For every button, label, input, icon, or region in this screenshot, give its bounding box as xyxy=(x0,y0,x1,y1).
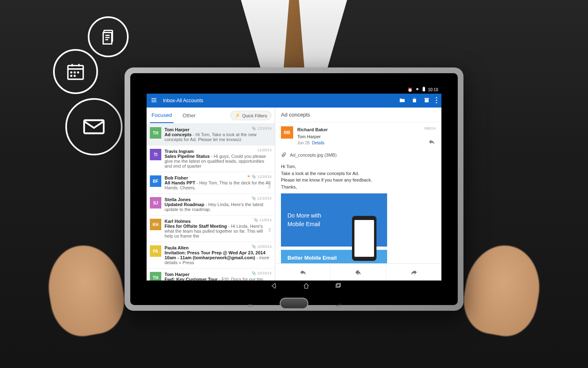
mail-avatar: TH xyxy=(150,272,161,280)
content-area: Focused Other ⚡ Quick Filters THTom Harp… xyxy=(147,108,441,280)
paperclip-icon xyxy=(281,152,287,158)
mail-date: 11/25/14 xyxy=(257,148,272,152)
mail-subject: All Hands PPT - Hey Tom, This is the dec… xyxy=(165,180,271,190)
delete-icon[interactable] xyxy=(411,97,418,105)
mail-count: 2 xyxy=(268,228,271,232)
mail-item[interactable]: THTom HarperAd concepts - Hi Tom, Take a… xyxy=(147,124,275,146)
mail-list-pane: Focused Other ⚡ Quick Filters THTom Harp… xyxy=(147,108,275,280)
reading-to: Tom Harper xyxy=(297,133,328,140)
nav-home-icon[interactable] xyxy=(303,282,310,291)
svg-point-18 xyxy=(436,99,437,101)
app-bar: Inbox-All Accounts xyxy=(147,94,441,108)
mail-subject: Fwd: Key Customer Tour - FYI. Docs for o… xyxy=(165,277,271,280)
mail-avatar: TI xyxy=(150,149,161,160)
svg-rect-15 xyxy=(423,88,425,92)
reply-all-button[interactable] xyxy=(331,264,386,280)
mail-meta: 📎12/10/14 xyxy=(252,126,272,130)
reply-button[interactable] xyxy=(275,264,331,280)
mail-item[interactable]: THTom HarperFwd: Key Customer Tour - FYI… xyxy=(147,269,275,280)
reply-icon[interactable] xyxy=(428,139,436,147)
mail-list[interactable]: THTom HarperAd concepts - Hi Tom, Take a… xyxy=(147,124,275,280)
document-icon xyxy=(88,16,129,57)
mail-avatar: KH xyxy=(150,219,161,230)
appbar-title: Inbox-All Accounts xyxy=(163,98,203,103)
mail-subject: Updated Roadmap - Hey Linda, Here's the … xyxy=(165,202,271,212)
details-link[interactable]: Details xyxy=(312,141,325,145)
promo-text: Do More with Mobile Email xyxy=(287,211,332,229)
android-nav-bar xyxy=(147,280,441,293)
paperclip-icon: 📎 xyxy=(252,126,256,130)
calendar-icon xyxy=(53,49,98,94)
reading-folder-label: INBOX xyxy=(424,126,436,130)
wifi-icon xyxy=(415,87,420,92)
body-line: Take a look at the new concepts for Ad. xyxy=(281,170,436,177)
reading-body: Hi Tom, Take a look at the new concepts … xyxy=(275,160,441,263)
mail-item[interactable]: PAPaula AllenInvitation: Press Tour Prep… xyxy=(147,242,275,269)
tablet-bezel: ⏰ 10:10 Inbox-All Accounts xyxy=(130,73,458,305)
reading-header: Ad concepts xyxy=(275,108,441,122)
mail-date: 10/20/14 xyxy=(257,245,272,249)
mail-subject: Sales Pipeline Status - Hi guys, Could y… xyxy=(165,154,271,168)
mail-item[interactable]: BFBob FisherAll Hands PPT - Hey Tom, Thi… xyxy=(147,172,275,194)
mail-date: 11/10/14 xyxy=(257,196,272,200)
body-line: Thanks, xyxy=(281,184,436,191)
mail-count: 2 xyxy=(268,184,271,189)
tab-focused[interactable]: Focused xyxy=(150,108,174,123)
mail-item[interactable]: KHKarl HolmesFiles for Offsite Staff Mee… xyxy=(147,215,275,242)
mail-subject: Ad concepts - Hi Tom, Take a look at the… xyxy=(165,132,271,142)
android-status-bar: ⏰ 10:10 xyxy=(147,85,441,94)
overflow-icon[interactable] xyxy=(436,97,437,105)
tablet-recent-button[interactable]: ▭ xyxy=(245,302,255,306)
mail-subject: Invitation: Press Tour Prep @ Wed Apr 23… xyxy=(165,250,271,265)
mail-meta: ⚑📎11/10/14 xyxy=(247,175,272,179)
nav-back-icon[interactable] xyxy=(271,282,278,291)
nav-recent-icon[interactable] xyxy=(334,282,342,291)
paperclip-icon: 📎 xyxy=(252,271,256,275)
paperclip-icon: 📎 xyxy=(252,196,256,200)
body-line: Please let me know if you have any feedb… xyxy=(281,177,436,184)
mail-item[interactable]: TITravis IngramSales Pipeline Status - H… xyxy=(147,146,275,172)
paperclip-icon: 📎 xyxy=(252,175,256,179)
svg-point-19 xyxy=(436,102,437,103)
attachment-row[interactable]: Ad_concepts.jpg (3MB) xyxy=(275,150,441,160)
hamburger-icon[interactable] xyxy=(151,97,157,105)
reading-from: Richard Baker xyxy=(297,126,328,133)
tablet-back-button[interactable]: ⮐ xyxy=(333,302,343,306)
svg-rect-14 xyxy=(84,120,104,133)
folder-icon[interactable] xyxy=(399,97,405,105)
attachment-name: Ad_concepts.jpg (3MB) xyxy=(290,153,336,157)
forward-button[interactable] xyxy=(386,264,441,280)
svg-point-17 xyxy=(436,97,437,98)
flag-icon: ⚑ xyxy=(247,175,250,179)
mail-from: Travis Ingram xyxy=(165,149,271,154)
mail-subject: Files for Offsite Staff Meeting - Hi Lin… xyxy=(165,224,271,238)
mail-avatar: SJ xyxy=(150,197,161,209)
mail-avatar: BF xyxy=(150,175,161,187)
quick-filters-label: Quick Filters xyxy=(242,113,267,118)
battery-icon xyxy=(422,87,425,92)
mail-meta: 📎10/20/14 xyxy=(252,245,272,249)
mail-date: 11/10/14 xyxy=(257,175,272,179)
archive-icon[interactable] xyxy=(423,97,430,105)
mail-meta: 11/25/14 xyxy=(257,148,272,152)
tab-other[interactable]: Other xyxy=(181,108,198,123)
reading-sender-info: INBOX RB Richard Baker Tom Harper Jun 28… xyxy=(275,122,441,150)
inbox-tabs: Focused Other ⚡ Quick Filters xyxy=(147,108,275,124)
mail-date: 12/10/14 xyxy=(257,126,272,130)
mail-meta: 📎11/10/14 xyxy=(252,196,272,200)
quick-filters-button[interactable]: ⚡ Quick Filters xyxy=(230,111,272,120)
mail-date: 10/10/14 xyxy=(257,271,272,275)
alarm-icon: ⏰ xyxy=(408,88,412,92)
tablet-home-button[interactable] xyxy=(280,298,308,309)
svg-rect-21 xyxy=(337,283,341,287)
status-time: 10:10 xyxy=(428,88,438,92)
reading-actions xyxy=(275,263,441,280)
mail-item[interactable]: SJStella JonesUpdated Roadmap - Hey Lind… xyxy=(147,194,275,215)
svg-rect-20 xyxy=(336,284,340,287)
mail-meta: 📎11/9/14 xyxy=(254,218,272,222)
paperclip-icon: 📎 xyxy=(252,245,256,249)
svg-rect-16 xyxy=(423,87,424,88)
mail-icon xyxy=(65,98,122,155)
body-line: Hi Tom, xyxy=(281,163,436,170)
mail-avatar: PA xyxy=(150,245,161,257)
